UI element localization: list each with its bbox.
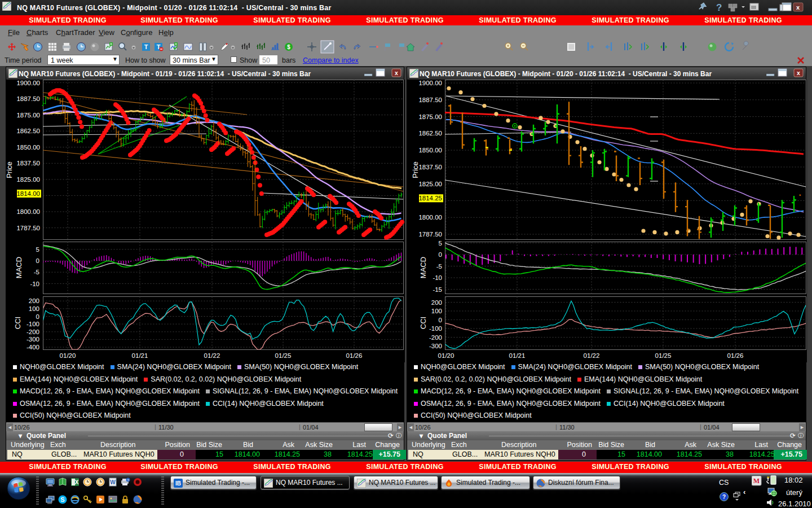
svg-text:CCI: CCI bbox=[14, 317, 22, 329]
svg-text:01/25: 01/25 bbox=[275, 352, 292, 359]
svg-text:?: ? bbox=[716, 2, 722, 13]
svg-text:-300: -300 bbox=[429, 343, 442, 349]
svg-text:1862.50: 1862.50 bbox=[16, 128, 40, 134]
svg-text:Price: Price bbox=[6, 161, 14, 178]
svg-text:1862.50: 1862.50 bbox=[418, 130, 442, 137]
svg-text:0: 0 bbox=[439, 317, 442, 323]
svg-text:1887.50: 1887.50 bbox=[16, 95, 40, 102]
svg-text:S: S bbox=[60, 496, 64, 503]
svg-text:T: T bbox=[144, 43, 148, 50]
svg-text:1814.25: 1814.25 bbox=[418, 195, 442, 202]
svg-text:X: X bbox=[75, 479, 79, 485]
svg-text:1850.00: 1850.00 bbox=[418, 147, 442, 154]
svg-text:01/22: 01/22 bbox=[584, 352, 600, 359]
svg-text:100: 100 bbox=[29, 305, 39, 312]
svg-text:5: 5 bbox=[36, 246, 39, 253]
svg-text:0: 0 bbox=[36, 313, 39, 320]
svg-text:1825.00: 1825.00 bbox=[16, 176, 40, 183]
svg-text:100: 100 bbox=[431, 308, 442, 314]
svg-text:01/21: 01/21 bbox=[132, 352, 148, 359]
svg-text:0: 0 bbox=[439, 251, 442, 258]
svg-text:x: x bbox=[797, 69, 800, 76]
svg-text:01/20: 01/20 bbox=[438, 352, 454, 359]
svg-text:01/26: 01/26 bbox=[346, 352, 363, 359]
svg-text:1900.00: 1900.00 bbox=[418, 80, 442, 86]
svg-text:MACD: MACD bbox=[15, 257, 23, 278]
svg-text:Price: Price bbox=[411, 161, 420, 178]
svg-text:-400: -400 bbox=[27, 344, 39, 351]
svg-text:1887.50: 1887.50 bbox=[418, 97, 442, 103]
svg-text:-5: -5 bbox=[34, 269, 39, 275]
svg-text:200: 200 bbox=[29, 297, 39, 304]
svg-text:-300: -300 bbox=[27, 336, 39, 343]
svg-text:IB: IB bbox=[175, 480, 181, 487]
svg-text:1875.00: 1875.00 bbox=[418, 113, 442, 120]
svg-text:CCI: CCI bbox=[419, 317, 427, 329]
svg-text:-10: -10 bbox=[30, 281, 39, 287]
svg-text:200: 200 bbox=[431, 299, 442, 306]
svg-text:x: x bbox=[796, 4, 800, 11]
svg-text:1800.00: 1800.00 bbox=[418, 214, 442, 221]
svg-text:01/26: 01/26 bbox=[727, 352, 744, 359]
svg-text:$: $ bbox=[287, 44, 290, 50]
svg-text:-10: -10 bbox=[433, 274, 442, 281]
svg-text:1787.50: 1787.50 bbox=[16, 225, 40, 231]
svg-text:x: x bbox=[395, 69, 398, 76]
svg-text:01/20: 01/20 bbox=[60, 352, 76, 359]
svg-text:MACD: MACD bbox=[419, 257, 427, 278]
svg-text:1837.50: 1837.50 bbox=[16, 160, 40, 167]
svg-text:-100: -100 bbox=[27, 321, 39, 327]
svg-text:01/22: 01/22 bbox=[204, 352, 220, 359]
svg-text:1825.00: 1825.00 bbox=[418, 181, 442, 187]
svg-text:-100: -100 bbox=[429, 325, 442, 332]
svg-text:1787.50: 1787.50 bbox=[418, 231, 442, 238]
svg-text:?: ? bbox=[722, 494, 726, 500]
svg-text:-15: -15 bbox=[433, 286, 442, 293]
svg-text:1837.50: 1837.50 bbox=[418, 164, 442, 170]
svg-text:-200: -200 bbox=[27, 329, 39, 335]
svg-text:01/25: 01/25 bbox=[655, 352, 672, 359]
svg-text:0: 0 bbox=[36, 257, 39, 264]
svg-text:1850.00: 1850.00 bbox=[16, 144, 40, 151]
svg-text:?: ? bbox=[127, 479, 129, 482]
svg-text:-5: -5 bbox=[436, 263, 442, 270]
svg-text:1800.00: 1800.00 bbox=[16, 208, 40, 215]
svg-text:01/21: 01/21 bbox=[509, 352, 526, 359]
svg-text:-200: -200 bbox=[429, 334, 442, 341]
svg-text:5: 5 bbox=[439, 240, 442, 247]
svg-text:W: W bbox=[110, 479, 116, 485]
svg-text:M: M bbox=[753, 477, 760, 485]
svg-text:*: * bbox=[799, 193, 801, 199]
svg-text:1814.00: 1814.00 bbox=[16, 190, 40, 197]
svg-text:1875.00: 1875.00 bbox=[16, 112, 40, 119]
svg-text:1900.00: 1900.00 bbox=[16, 80, 40, 86]
